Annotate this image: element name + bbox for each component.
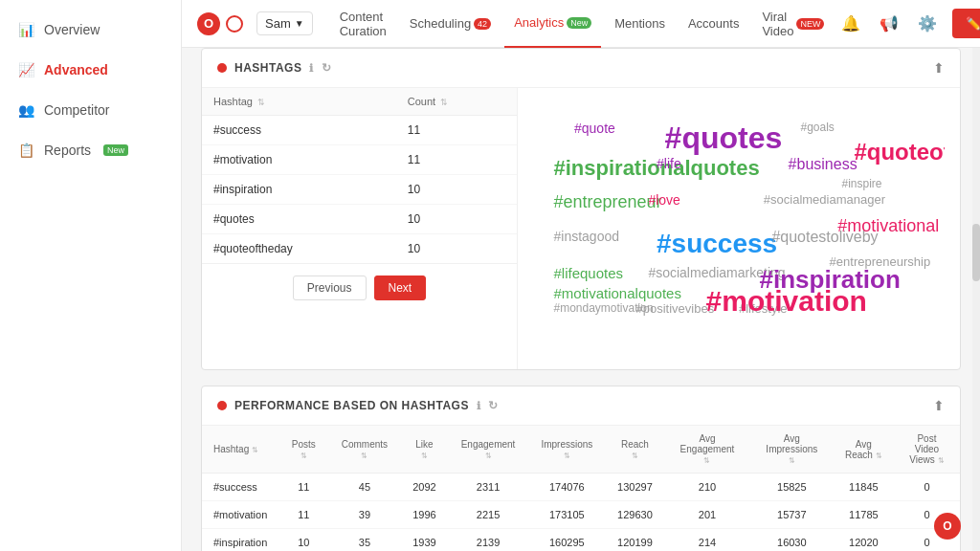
sidebar-item-overview[interactable]: 📊 Overview [0, 10, 181, 50]
settings-icon[interactable]: ⚙️ [914, 11, 941, 37]
viral-video-badge: NEW [796, 18, 824, 30]
chevron-down-icon: ▼ [295, 18, 304, 29]
scrollbar-track[interactable] [972, 48, 980, 551]
word-cloud-item: #business [789, 156, 858, 173]
word-cloud-item: #motivation [706, 285, 867, 318]
word-cloud-item: #instagood [554, 229, 620, 244]
perf-col-header: Hashtag ⇅ [202, 426, 278, 474]
competitor-icon: 👥 [17, 101, 34, 119]
perf-cell: 173105 [528, 501, 606, 529]
logo-icon-sm [226, 15, 243, 33]
perf-col-header: Comments ⇅ [328, 426, 400, 474]
hashtags-card: HASHTAGS ℹ ↻ ⬆ Hashtag ⇅ Count ⇅ [201, 48, 961, 370]
table-row: #quoteoftheday10 [202, 234, 517, 264]
dot-red-icon-perf [217, 401, 227, 410]
word-cloud-item: #socialmediamanager [764, 192, 885, 207]
col-count: Count ⇅ [396, 88, 517, 116]
word-cloud-item: #quotes [665, 121, 783, 156]
scrollbar-thumb[interactable] [972, 224, 980, 281]
nav-mentions[interactable]: Mentions [605, 0, 675, 48]
count-cell: 11 [396, 145, 517, 175]
sidebar-item-label: Overview [44, 22, 100, 37]
table-row: #motivation11391996221517310512963020115… [202, 501, 960, 529]
perf-cell: #motivation [202, 501, 278, 529]
account-name: Sam [265, 16, 291, 31]
info-icon-perf[interactable]: ℹ [477, 400, 481, 412]
info-icon[interactable]: ℹ [309, 62, 314, 75]
perf-cell: 16030 [750, 529, 834, 552]
word-cloud-item: #life [657, 156, 681, 171]
perf-cell: 214 [664, 529, 750, 552]
count-cell: 11 [396, 116, 517, 145]
megaphone-icon[interactable]: 📢 [876, 11, 902, 37]
overview-icon: 📊 [17, 21, 34, 38]
hashtag-cell: #motivation [202, 145, 396, 175]
perf-col-header: Like ⇅ [401, 426, 449, 474]
hashtags-table-side: Hashtag ⇅ Count ⇅ #success11#motivation1… [202, 88, 518, 369]
perf-cell: 39 [328, 501, 400, 529]
nav-content-curation[interactable]: Content Curation [330, 0, 396, 48]
perf-cell: 120199 [606, 529, 664, 552]
table-row: #quotes10 [202, 205, 517, 234]
next-button[interactable]: Next [374, 276, 427, 300]
share-icon-perf[interactable]: ⬆ [933, 398, 945, 413]
bottom-logo[interactable]: O [934, 513, 961, 540]
advanced-icon: 📈 [17, 61, 34, 78]
perf-cell: 1996 [401, 501, 449, 529]
perf-cell: 2139 [448, 529, 528, 552]
sidebar: 📊 Overview 📈 Advanced 👥 Competitor 📋 Rep… [0, 0, 182, 551]
perf-cell: 35 [328, 529, 400, 552]
account-selector[interactable]: Sam ▼ [256, 11, 313, 35]
sidebar-item-reports[interactable]: 📋 Reports New [0, 130, 181, 170]
refresh-icon[interactable]: ↻ [322, 61, 332, 75]
word-cloud-item: #love [648, 192, 679, 208]
table-row: #success11 [202, 116, 517, 145]
perf-col-header: Avg Impressions ⇅ [750, 426, 834, 474]
perf-cell: 2092 [401, 474, 449, 501]
word-cloud-item: #entrepreneur [554, 192, 662, 212]
performance-card-title: PERFORMANCE BASED ON HASHTAGS ℹ ↻ [217, 399, 499, 412]
perf-cell: 11 [278, 501, 328, 529]
nav-viral-video[interactable]: Viral Video NEW [752, 0, 834, 48]
compose-button[interactable]: ✏️ Compose [952, 9, 980, 38]
word-cloud: #quote#quotes#goals#inspirationalquotes#… [533, 99, 945, 358]
perf-cell: 2215 [448, 501, 528, 529]
perf-cell: 210 [664, 474, 750, 501]
hashtags-card-header: HASHTAGS ℹ ↻ ⬆ [202, 49, 960, 88]
prev-button[interactable]: Previous [293, 276, 367, 300]
hashtag-cell: #quoteoftheday [202, 234, 396, 264]
perf-cell: 174076 [528, 474, 606, 501]
dot-red-icon [217, 63, 227, 73]
nav-accounts[interactable]: Accounts [679, 0, 748, 48]
page-content: HASHTAGS ℹ ↻ ⬆ Hashtag ⇅ Count ⇅ [182, 48, 980, 551]
perf-col-header: Post Video Views ⇅ [894, 426, 960, 474]
perf-col-header: Avg Reach ⇅ [834, 426, 894, 474]
table-row: #motivation11 [202, 145, 517, 175]
performance-card-header: PERFORMANCE BASED ON HASHTAGS ℹ ↻ ⬆ [202, 386, 960, 426]
word-cloud-item: #positivevibes [636, 301, 715, 316]
performance-table: Hashtag ⇅Posts ⇅Comments ⇅Like ⇅Engageme… [202, 426, 960, 551]
bottom-logo-text: O [943, 519, 951, 533]
hashtags-cloud-side: #quote#quotes#goals#inspirationalquotes#… [518, 88, 960, 369]
reports-badge: New [103, 144, 128, 156]
perf-cell: 45 [328, 474, 400, 501]
sidebar-item-advanced[interactable]: 📈 Advanced [0, 50, 181, 90]
word-cloud-item: #motivational [837, 216, 939, 236]
perf-cell: #success [202, 474, 278, 501]
count-cell: 10 [396, 205, 517, 234]
hashtags-card-title: HASHTAGS ℹ ↻ [217, 61, 331, 75]
table-row: #success11452092231117407613029721015825… [202, 474, 960, 501]
nav-scheduling[interactable]: Scheduling 42 [400, 0, 501, 48]
hashtags-table: Hashtag ⇅ Count ⇅ #success11#motivation1… [202, 88, 517, 263]
nav-analytics[interactable]: Analytics New [504, 0, 601, 48]
perf-cell: #inspiration [202, 529, 278, 552]
analytics-badge: New [567, 17, 591, 29]
share-icon[interactable]: ⬆ [933, 60, 945, 76]
notifications-icon[interactable]: 🔔 [837, 11, 864, 37]
perf-cell: 1939 [401, 529, 449, 552]
hashtag-cell: #inspiration [202, 175, 396, 205]
perf-col-header: Posts ⇅ [278, 426, 328, 474]
hashtag-cell: #quotes [202, 205, 396, 234]
sidebar-item-competitor[interactable]: 👥 Competitor [0, 90, 181, 130]
refresh-icon-perf[interactable]: ↻ [488, 399, 499, 412]
